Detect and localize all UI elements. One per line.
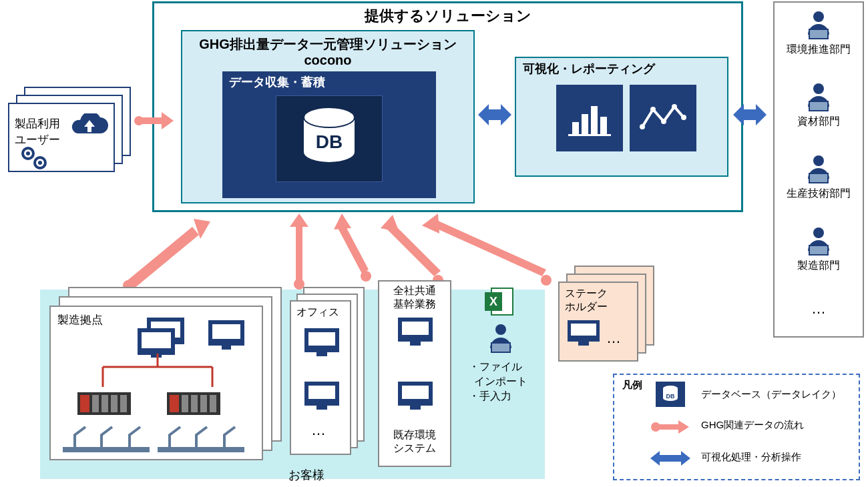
svg-rect-26 [296,225,302,286]
chart-icon-line [630,85,696,151]
line-chart-icon [640,101,686,135]
env-sys-line2: システム [379,442,450,456]
legend-viz-label: 可視化処理・分析操作 [701,451,801,464]
ellipsis: … [311,422,326,439]
legend-title: 凡例 [622,379,642,392]
svg-rect-67 [410,342,421,346]
svg-rect-60 [308,332,335,346]
data-collect-box: データ収集・蓄積 DB [222,71,436,198]
computer-icon [208,320,244,351]
dept-label: 資材部門 [775,115,863,129]
svg-text:X: X [489,295,497,308]
visualize-box: 可視化・レポーティング [515,57,728,177]
solution-title: 提供するソリューション [154,6,741,26]
office-label: オフィス [296,306,339,320]
svg-point-7 [640,124,645,129]
legend-box: 凡例 DB データベース（データレイク） GHG関連データの流れ 可視化処理・分… [613,374,860,480]
cloud-upload-icon [69,113,110,139]
svg-marker-13 [733,104,767,125]
svg-rect-64 [316,406,327,410]
robot-line-icon [63,420,150,456]
svg-rect-3 [582,114,588,134]
robot-line-icon [158,420,244,456]
svg-rect-90 [656,424,678,430]
svg-rect-66 [402,322,429,335]
computer-icon [398,318,433,347]
svg-point-79 [813,11,824,22]
mfg-stack: 製造拠点 [49,287,284,466]
svg-rect-80 [809,29,828,39]
svg-rect-69 [402,386,429,399]
svg-marker-91 [678,420,689,434]
svg-rect-43 [212,324,240,339]
env-sys-line1: 既存環境 [379,428,450,442]
stakeholder-stack: ステーク ホルダー … [558,266,658,366]
svg-rect-5 [600,117,607,134]
double-arrow-left [478,101,511,128]
svg-rect-77 [571,324,596,336]
svg-rect-6 [568,134,611,136]
dept-label: 生産技術部門 [775,187,863,201]
person-laptop-icon [803,155,835,184]
svg-text:DB: DB [666,393,675,400]
dept-label: 環境推進部門 [775,43,863,57]
svg-rect-75 [491,343,510,352]
svg-rect-84 [809,173,828,183]
svg-point-8 [650,107,656,112]
svg-rect-54 [191,395,198,412]
svg-rect-46 [80,395,89,412]
salmon-arrow-mfg [120,213,214,294]
svg-rect-40 [142,332,171,348]
user-card-stack: 製品利用 ユーザー [8,87,134,173]
computer-icon [304,382,339,411]
computer-icon [568,320,600,347]
erp-line2: 基幹業務 [379,298,450,312]
svg-rect-82 [809,101,828,111]
plc-icon [77,388,131,419]
svg-point-74 [495,324,506,335]
svg-rect-20 [139,117,162,124]
svg-rect-47 [92,395,99,412]
database-icon: DB [662,385,679,404]
file-line1: ・ファイル [469,360,522,374]
svg-marker-23 [127,227,199,289]
person-laptop-icon [803,11,835,40]
legend-db-label: データベース（データレイク） [701,388,841,401]
svg-rect-61 [316,352,327,356]
office-stack: オフィス … [290,287,367,460]
person-laptop-icon [803,83,835,112]
svg-marker-21 [162,112,174,129]
ellipsis: … [775,300,863,318]
svg-marker-29 [338,224,369,274]
erp-line1: 全社共通 [379,284,450,298]
svg-point-11 [681,115,686,120]
solution-container: 提供するソリューション GHG排出量データ一元管理ソリューション cocono … [152,1,743,212]
file-line3: ・手入力 [469,390,511,404]
svg-rect-4 [591,106,598,134]
svg-point-9 [661,119,666,124]
legend-double-arrow [650,450,690,467]
computer-icon [304,328,339,358]
computer-icon [138,318,188,358]
excel-icon: X [485,287,514,316]
ellipsis: … [606,330,621,347]
svg-rect-49 [111,395,118,412]
stake-line1: ステーク [565,287,608,301]
departments-box: 環境推進部門 資材部門 生産技術部門 製造部門 … [773,1,864,338]
svg-point-10 [672,104,677,109]
svg-rect-2 [572,122,579,134]
svg-marker-35 [433,220,546,276]
svg-marker-12 [478,104,511,125]
svg-rect-56 [210,395,216,412]
svg-point-81 [813,83,824,94]
svg-marker-92 [650,451,690,466]
network-lines [91,354,218,394]
person-laptop-icon [803,227,835,256]
legend-salmon-arrow [650,419,690,435]
mfg-label: 製造拠点 [57,312,103,328]
person-laptop-icon [485,323,517,354]
svg-rect-58 [158,447,244,452]
dept-label: 製造部門 [775,259,863,273]
svg-point-34 [541,275,552,286]
svg-rect-55 [200,395,207,412]
